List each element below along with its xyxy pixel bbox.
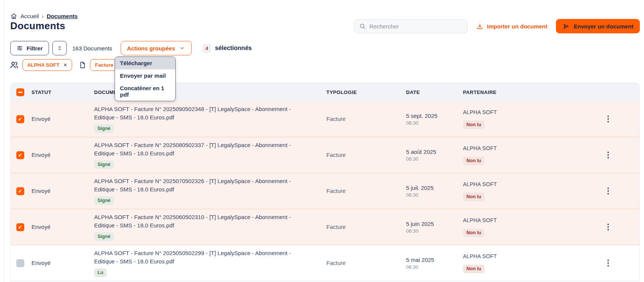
table-row: Envoyé ALPHA SOFT - Facture N° 202509050… <box>11 101 639 137</box>
row-date: 5 juin 2025 <box>406 221 463 227</box>
toolbar: Filtrer 163 Documents Actions groupées 4… <box>10 41 252 55</box>
breadcrumb-current[interactable]: Documents <box>47 13 78 19</box>
bulk-actions-label: Actions groupées <box>127 45 175 52</box>
selected-count-badge: 4 <box>202 44 211 53</box>
row-typology: Facture <box>326 260 346 266</box>
sort-button[interactable] <box>52 41 67 55</box>
filter-chip-partner-label: ALPHA SOFT <box>27 62 60 68</box>
filter-sliders-icon <box>16 45 23 52</box>
search-icon <box>359 23 366 30</box>
document-name[interactable]: ALPHA SOFT - Facture N° 2025050502299 - … <box>94 249 307 266</box>
row-actions-kebab-icon[interactable] <box>605 149 611 161</box>
partner-read-badge: Non lu <box>463 193 485 201</box>
send-document-button[interactable]: Envoyer un document <box>556 19 640 33</box>
row-partner: ALPHA SOFT <box>463 217 577 223</box>
row-status: Envoyé <box>31 224 50 230</box>
documents-count: 163 Documents <box>72 45 112 52</box>
document-status-badge: Signé <box>94 160 114 169</box>
page-title: Documents <box>10 20 65 32</box>
document-status-badge: Signé <box>94 232 114 241</box>
send-icon <box>562 23 570 30</box>
home-icon <box>10 13 17 20</box>
row-status: Envoyé <box>31 116 50 122</box>
row-checkbox[interactable] <box>16 187 24 195</box>
search-input-wrapper[interactable] <box>354 19 468 33</box>
column-header-date: DATE <box>406 89 463 95</box>
selected-label: sélectionnés <box>215 45 252 52</box>
partner-read-badge: Non lu <box>463 265 485 273</box>
document-name[interactable]: ALPHA SOFT - Facture N° 2025060502310 - … <box>94 213 307 230</box>
sort-chevrons-icon <box>57 45 63 51</box>
column-header-typologie: TYPOLOGIE <box>326 89 406 95</box>
table-body: Envoyé ALPHA SOFT - Facture N° 202509050… <box>11 101 639 281</box>
row-time: 06:30 <box>406 120 463 126</box>
close-icon[interactable]: ✕ <box>63 63 68 67</box>
row-status: Envoyé <box>31 152 50 158</box>
row-typology: Facture <box>326 152 346 158</box>
table-row: Envoyé ALPHA SOFT - Facture N° 202508050… <box>11 137 639 173</box>
document-name[interactable]: ALPHA SOFT - Facture N° 2025070502326 - … <box>94 177 307 194</box>
row-typology: Facture <box>326 116 346 122</box>
filter-button-label: Filtrer <box>27 45 43 52</box>
row-actions-kebab-icon[interactable] <box>605 257 611 269</box>
sidebar-edge <box>4 0 4 282</box>
column-header-statut: STATUT <box>30 89 94 95</box>
document-name[interactable]: ALPHA SOFT - Facture N° 2025080502337 - … <box>94 141 307 158</box>
row-partner: ALPHA SOFT <box>463 109 577 115</box>
import-document-label: Importer un document <box>487 23 547 30</box>
row-date: 5 sept. 2025 <box>406 113 463 119</box>
table-header: STATUT DOCUMENT TYPOLOGIE DATE PARTENAIR… <box>11 83 639 101</box>
breadcrumb-home[interactable]: Accueil <box>20 13 39 19</box>
download-icon <box>476 23 483 30</box>
row-date: 5 juil. 2025 <box>406 185 463 191</box>
chevron-down-icon <box>179 45 185 51</box>
bulk-actions-menu: Télécharger Envoyer par mail Concaténer … <box>115 56 176 101</box>
row-checkbox[interactable] <box>16 151 24 159</box>
menu-item-download[interactable]: Télécharger <box>115 57 175 69</box>
bulk-actions-button[interactable]: Actions groupées <box>121 41 192 55</box>
row-actions-kebab-icon[interactable] <box>605 113 611 125</box>
select-all-checkbox[interactable] <box>16 88 24 96</box>
partner-read-badge: Non lu <box>463 157 485 165</box>
row-actions-kebab-icon[interactable] <box>605 185 611 197</box>
partner-read-badge: Non lu <box>463 229 485 237</box>
filter-chip-typology-label: Facture <box>95 62 113 68</box>
search-input[interactable] <box>369 23 463 30</box>
row-status: Envoyé <box>31 188 50 194</box>
row-date: 5 mai 2025 <box>406 257 463 263</box>
import-document-button[interactable]: Importer un document <box>476 23 547 30</box>
breadcrumb-separator: › <box>42 13 44 19</box>
menu-item-concatenate[interactable]: Concaténer en 1 pdf <box>115 82 175 101</box>
table-row: Envoyé ALPHA SOFT - Facture N° 202507050… <box>11 173 639 209</box>
document-status-badge: Lu <box>94 268 107 277</box>
document-name[interactable]: ALPHA SOFT - Facture N° 2025090502348 - … <box>94 105 307 122</box>
table-row: Envoyé ALPHA SOFT - Facture N° 202506050… <box>11 209 639 245</box>
row-status: Envoyé <box>31 260 50 266</box>
row-checkbox[interactable] <box>16 223 24 231</box>
column-header-partenaire: PARTENAIRE <box>463 89 577 95</box>
row-time: 06:30 <box>406 192 463 198</box>
header-actions: Importer un document Envoyer un document <box>354 19 640 33</box>
row-checkbox[interactable] <box>16 259 24 267</box>
row-partner: ALPHA SOFT <box>463 181 577 187</box>
row-partner: ALPHA SOFT <box>463 253 577 259</box>
row-time: 06:30 <box>406 156 463 162</box>
filter-chip-partner: ALPHA SOFT ✕ <box>22 59 72 71</box>
row-time: 06:30 <box>406 264 463 270</box>
breadcrumb: Accueil › Documents <box>10 13 78 20</box>
row-time: 06:30 <box>406 228 463 234</box>
partner-read-badge: Non lu <box>463 121 485 129</box>
row-checkbox[interactable] <box>16 115 24 123</box>
row-actions-kebab-icon[interactable] <box>605 221 611 233</box>
table-row: Envoyé ALPHA SOFT - Facture N° 202505050… <box>11 245 639 281</box>
row-typology: Facture <box>326 188 346 194</box>
send-document-label: Envoyer un document <box>573 23 633 30</box>
document-status-badge: Signé <box>94 124 114 133</box>
partner-icon <box>9 60 19 70</box>
document-icon <box>79 61 87 69</box>
row-typology: Facture <box>326 224 346 230</box>
documents-table: STATUT DOCUMENT TYPOLOGIE DATE PARTENAIR… <box>10 83 640 281</box>
row-partner: ALPHA SOFT <box>463 145 577 151</box>
menu-item-send-mail[interactable]: Envoyer par mail <box>115 69 175 82</box>
filter-button[interactable]: Filtrer <box>10 41 49 55</box>
